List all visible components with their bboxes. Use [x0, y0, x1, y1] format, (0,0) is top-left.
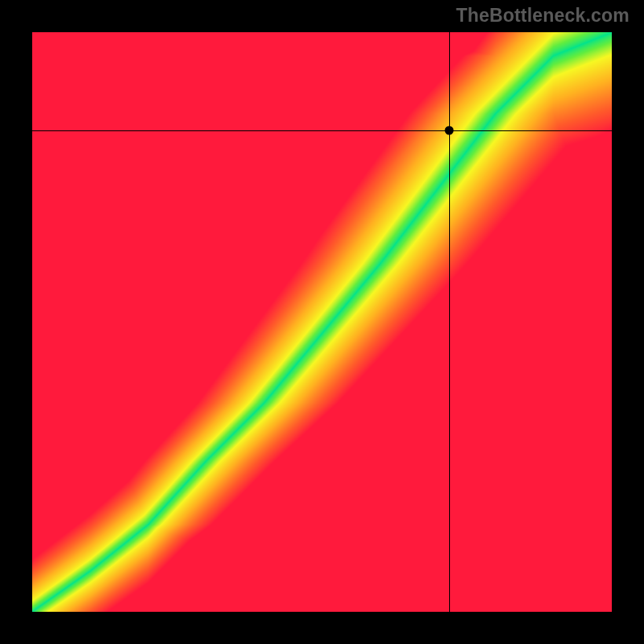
crosshair-horizontal	[32, 130, 612, 131]
crosshair-point	[445, 126, 454, 135]
heatmap-plot	[32, 32, 612, 612]
heatmap-canvas	[32, 32, 612, 612]
watermark-text: TheBottleneck.com	[456, 5, 630, 27]
crosshair-vertical	[449, 32, 450, 612]
